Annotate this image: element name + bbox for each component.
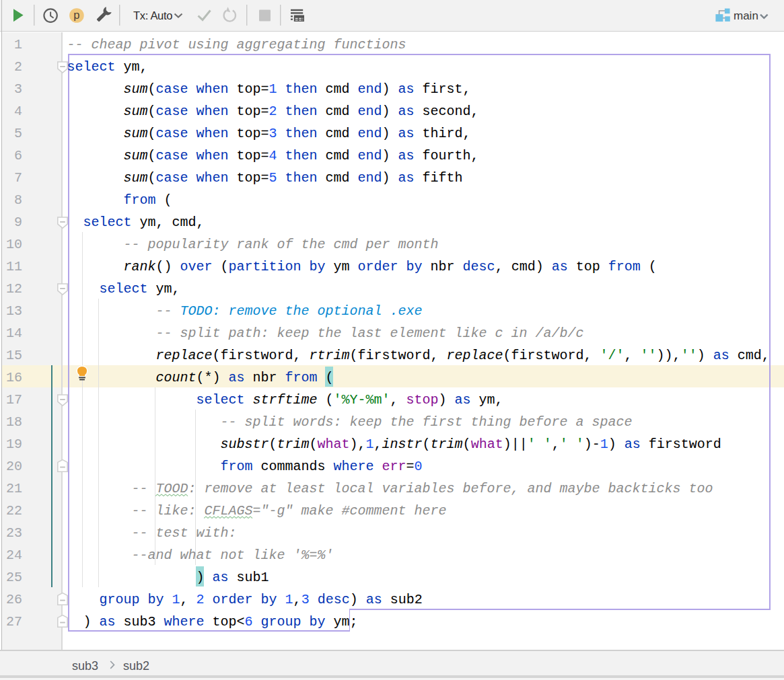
svg-text:p: p — [73, 9, 79, 21]
svg-text:Tx: Auto: Tx: Auto — [133, 9, 172, 22]
svg-text:main: main — [734, 9, 758, 22]
